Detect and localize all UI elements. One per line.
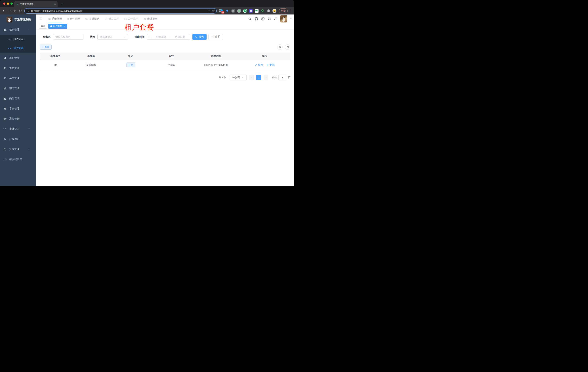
reload-icon [14, 10, 17, 12]
sidebar-item-post[interactable]: 岗位管理 [0, 94, 36, 104]
github-button[interactable] [255, 17, 258, 21]
collapse-sidebar-icon[interactable] [39, 17, 43, 21]
nav-item-infra[interactable]: 基础设施 [85, 14, 99, 23]
url-text[interactable]: 127.0.0.1:48080/admin-ui/system/tenant/p… [31, 10, 206, 12]
forward-button[interactable] [7, 8, 12, 14]
kite-bar [219, 11, 221, 12]
profile-emoji-icon[interactable] [273, 9, 276, 13]
sidebar-item-dict[interactable]: 字典管理 [0, 104, 36, 114]
close-window-button[interactable] [3, 2, 5, 5]
site-info-icon[interactable] [26, 10, 29, 12]
sidebar-item-errcode[interactable]: 错误码管理 [0, 154, 36, 164]
zoom-window-button[interactable] [10, 2, 13, 5]
back-button[interactable] [1, 8, 7, 14]
tag-tenant-package[interactable]: 租户套餐 × [48, 24, 67, 29]
tag-close-icon[interactable]: × [64, 25, 65, 28]
refresh-icon [286, 46, 289, 49]
dictionary-icon [4, 107, 7, 110]
nav-item-dev[interactable]: 研发工具 [105, 14, 119, 23]
nav-label: 系统管理 [52, 17, 62, 21]
link-label: 删除 [270, 63, 275, 66]
sidebar-item-audit[interactable]: 审计日志 [0, 124, 36, 134]
sidebar-item-sms[interactable]: 短信管理 [0, 144, 36, 154]
column-header: 状态 [111, 54, 150, 58]
help-button[interactable]: ? [261, 17, 264, 21]
extension-kite-icon[interactable]: 10 [219, 9, 223, 13]
browser-update-button[interactable]: 更新 [279, 8, 288, 13]
search-form: 套餐名 请输入套餐名 状态 请选择状态 创建时间 开始日期 - 结束日期 [40, 34, 290, 40]
edit-link[interactable]: 修改 [255, 63, 263, 66]
sidebar-item-online[interactable]: 在线用户 [0, 134, 36, 144]
app-logo[interactable]: 芋道管理系统 [0, 14, 36, 25]
nav-item-system[interactable]: 系统管理 [48, 14, 62, 23]
page-size-value: 10条/页 [232, 76, 240, 79]
minimize-window-button[interactable] [7, 2, 9, 5]
font-size-button[interactable]: TT [274, 17, 277, 21]
fullscreen-button[interactable] [268, 17, 271, 21]
current-page-button[interactable]: 1 [256, 75, 261, 80]
sidebar-item-dept[interactable]: 部门管理 [0, 83, 36, 94]
sidebar-item-user[interactable]: 用户管理 [0, 53, 36, 63]
reload-button[interactable] [12, 8, 18, 14]
reset-button[interactable]: 重置 [208, 34, 223, 40]
address-bar[interactable]: 127.0.0.1:48080/admin-ui/system/tenant/p… [24, 8, 217, 14]
tag-home[interactable]: 首页 [39, 24, 47, 29]
sidebar-item-role[interactable]: 角色管理 [0, 63, 36, 73]
chevron-up-icon [28, 29, 30, 31]
search-submit-button[interactable]: 搜索 [192, 34, 207, 40]
input-placeholder: 请输入套餐名 [55, 35, 71, 39]
extension-command-icon[interactable]: ⌘ [231, 9, 235, 13]
next-page-button[interactable] [263, 75, 268, 80]
page-size-select[interactable]: 10条/页 [229, 75, 247, 80]
avatar[interactable] [280, 15, 287, 22]
prev-page-button[interactable] [249, 75, 254, 80]
extensions-puzzle-button[interactable] [266, 9, 271, 13]
extension-gem-icon[interactable] [225, 9, 229, 13]
tab-title: 芋道管理系统 [20, 3, 53, 6]
cell-created-time: 2022-02-22 00:54:00 [193, 64, 239, 66]
extension-green-dot-icon[interactable] [237, 9, 241, 13]
browser-menu-button[interactable]: ⋮ [289, 9, 292, 13]
new-tab-button[interactable]: + [59, 2, 64, 7]
refresh-table-button[interactable] [285, 44, 290, 50]
start-date-placeholder[interactable]: 开始日期 [153, 35, 169, 39]
sidebar-item-tenant-list[interactable]: 租户列表 [0, 35, 36, 44]
column-header: 创建时间 [193, 54, 239, 58]
add-button[interactable]: + 新增 [40, 44, 52, 50]
sidebar-item-label: 租户管理 [9, 28, 28, 31]
show-search-toggle-button[interactable] [277, 44, 283, 50]
home-button[interactable] [18, 8, 23, 14]
sidebar-item-tenant-package[interactable]: 租户套餐 [0, 44, 36, 53]
nav-item-pay[interactable]: ¥ 支付管理 [67, 14, 80, 23]
package-name-input[interactable]: 请输入套餐名 [53, 34, 84, 40]
nav-item-report[interactable]: 统计报表 [143, 14, 157, 23]
table-tools [277, 44, 290, 50]
bookmark-star-icon[interactable] [212, 10, 215, 12]
delete-link[interactable]: 删除 [266, 63, 275, 66]
avatar-dropdown-caret[interactable]: ▾ [290, 18, 292, 20]
search-button[interactable] [248, 17, 252, 21]
sidebar-item-label: 审计日志 [9, 127, 28, 131]
goto-page-input[interactable] [278, 75, 286, 80]
extension-y-icon[interactable]: Y [243, 9, 247, 13]
total-count: 共 1 条 [219, 76, 226, 79]
chevron-left-icon [250, 76, 252, 79]
end-date-placeholder[interactable]: 结束日期 [172, 35, 188, 39]
audit-log-icon [4, 128, 7, 131]
date-range-picker[interactable]: 开始日期 - 结束日期 [147, 34, 190, 40]
sidebar-item-notice[interactable]: 通知公告 [0, 114, 36, 124]
sidebar-item-label: 通知公告 [9, 117, 32, 120]
tab-close-icon[interactable]: × [54, 3, 56, 5]
share-icon[interactable] [208, 10, 210, 12]
sidebar-item-tenant[interactable]: 租户管理 [0, 25, 36, 35]
font-size-small: T [274, 19, 275, 21]
green-dot [238, 10, 240, 12]
status-select[interactable]: 请选择状态 [97, 34, 128, 40]
table-toolbar: + 新增 [40, 44, 290, 50]
extension-star-icon[interactable] [261, 9, 264, 13]
extension-shield-icon[interactable] [249, 9, 253, 13]
sidebar-item-menu[interactable]: 菜单管理 [0, 73, 36, 83]
extension-chat-icon[interactable] [255, 9, 259, 13]
browser-tab[interactable]: 芋道管理系统 × [14, 1, 58, 7]
nav-item-flow[interactable]: 工作流程 [124, 14, 138, 23]
